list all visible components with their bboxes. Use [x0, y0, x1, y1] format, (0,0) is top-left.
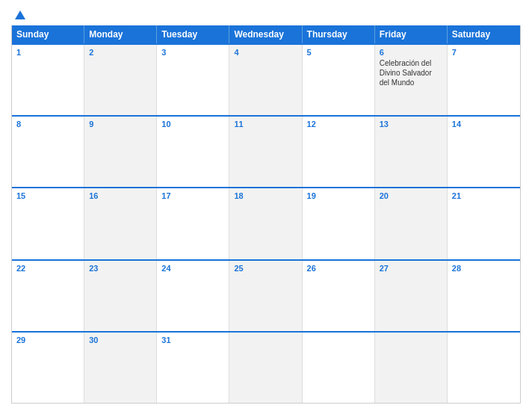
event-text: Celebración del Divino Salvador del Mund…: [380, 58, 442, 87]
day-number: 21: [452, 191, 516, 200]
cal-cell: 16: [84, 188, 157, 259]
cal-cell: 21: [448, 188, 520, 259]
day-number: 16: [89, 191, 152, 200]
day-number: 12: [307, 120, 370, 129]
day-number: 18: [234, 191, 297, 200]
day-header-monday: Monday: [84, 25, 157, 43]
logo: [11, 10, 25, 21]
day-number: 22: [16, 264, 79, 273]
cal-cell: 14: [448, 117, 520, 187]
cal-cell: 11: [229, 117, 302, 187]
day-header-tuesday: Tuesday: [157, 25, 229, 43]
cal-cell: 2: [84, 45, 157, 115]
cal-cell: 9: [84, 117, 157, 187]
logo-triangle-icon: [15, 10, 25, 19]
cal-cell: 13: [375, 117, 448, 187]
day-number: 29: [16, 336, 79, 344]
day-number: 8: [16, 120, 79, 129]
cal-cell: 24: [157, 261, 229, 331]
calendar-header-row: SundayMondayTuesdayWednesdayThursdayFrid…: [12, 25, 520, 43]
cal-cell: 18: [229, 188, 302, 259]
day-number: 14: [452, 120, 516, 129]
week-row-1: 123456Celebración del Divino Salvador de…: [12, 43, 520, 115]
day-header-wednesday: Wednesday: [229, 25, 302, 43]
day-number: 31: [161, 336, 224, 344]
cal-cell: 26: [303, 261, 375, 331]
cal-cell: 8: [12, 117, 84, 187]
day-number: 17: [161, 191, 224, 200]
day-number: 13: [380, 120, 442, 129]
calendar-page: SundayMondayTuesdayWednesdayThursdayFrid…: [0, 0, 532, 411]
cal-cell: 17: [157, 188, 229, 259]
cal-cell: [448, 333, 520, 403]
day-header-saturday: Saturday: [448, 25, 520, 43]
cal-cell: 28: [448, 261, 520, 331]
cal-cell: 6Celebración del Divino Salvador del Mun…: [375, 45, 448, 115]
cal-cell: 27: [375, 261, 448, 331]
day-number: 19: [307, 191, 370, 200]
day-number: 11: [234, 120, 297, 129]
cal-cell: [229, 333, 302, 403]
cal-cell: 12: [303, 117, 375, 187]
day-number: 3: [161, 48, 224, 57]
day-number: 9: [89, 120, 152, 129]
day-number: 26: [307, 264, 370, 273]
cal-cell: 20: [375, 188, 448, 259]
day-header-friday: Friday: [375, 25, 448, 43]
cal-cell: [375, 333, 448, 403]
cal-cell: 23: [84, 261, 157, 331]
cal-cell: 30: [84, 333, 157, 403]
day-number: 27: [380, 264, 442, 273]
day-header-sunday: Sunday: [12, 25, 84, 43]
day-number: 30: [89, 336, 152, 344]
cal-cell: 5: [303, 45, 375, 115]
week-row-3: 15161718192021: [12, 187, 520, 259]
cal-cell: [303, 333, 375, 403]
day-number: 28: [452, 264, 516, 273]
day-number: 7: [452, 48, 516, 57]
week-row-2: 891011121314: [12, 115, 520, 187]
cal-cell: 15: [12, 188, 84, 259]
day-number: 15: [16, 191, 79, 200]
day-number: 4: [234, 48, 297, 57]
cal-cell: 1: [12, 45, 84, 115]
cal-cell: 22: [12, 261, 84, 331]
cal-cell: 29: [12, 333, 84, 403]
day-number: 1: [16, 48, 79, 57]
cal-cell: 31: [157, 333, 229, 403]
calendar-grid: SundayMondayTuesdayWednesdayThursdayFrid…: [11, 25, 521, 404]
header: [11, 7, 521, 25]
cal-cell: 3: [157, 45, 229, 115]
day-number: 23: [89, 264, 152, 273]
calendar-body: 123456Celebración del Divino Salvador de…: [12, 43, 520, 403]
day-number: 2: [89, 48, 152, 57]
day-number: 6: [380, 48, 442, 57]
cal-cell: 7: [448, 45, 520, 115]
day-number: 10: [161, 120, 224, 129]
cal-cell: 10: [157, 117, 229, 187]
week-row-5: 293031: [12, 331, 520, 403]
cal-cell: 4: [229, 45, 302, 115]
day-number: 24: [161, 264, 224, 273]
cal-cell: 19: [303, 188, 375, 259]
day-header-thursday: Thursday: [303, 25, 375, 43]
day-number: 20: [380, 191, 442, 200]
day-number: 5: [307, 48, 370, 57]
cal-cell: 25: [229, 261, 302, 331]
week-row-4: 22232425262728: [12, 259, 520, 331]
day-number: 25: [234, 264, 297, 273]
